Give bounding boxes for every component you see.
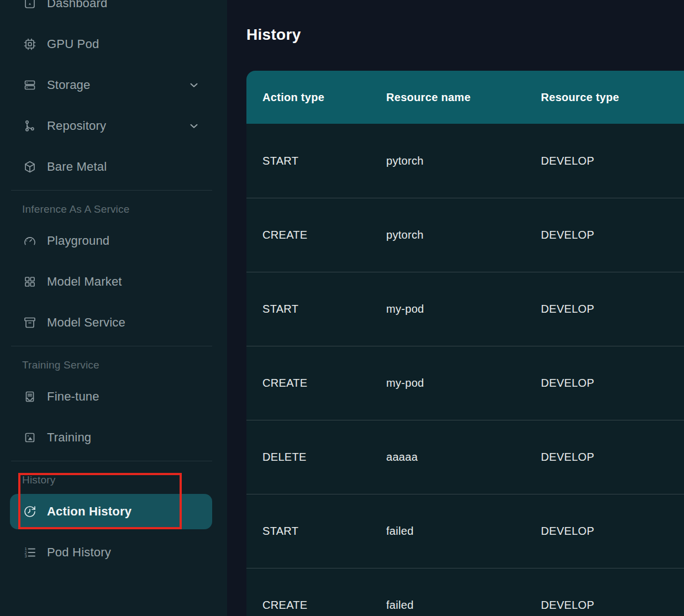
sidebar-item-label: Repository — [47, 119, 106, 133]
svg-text:3: 3 — [25, 554, 27, 559]
sidebar-nav: Dashboard GPU Pod Stor — [0, 0, 227, 570]
storage-icon — [23, 78, 36, 92]
chevron-down-icon[interactable] — [188, 79, 200, 91]
cell-resource-name: pytorch — [370, 198, 525, 272]
cell-action-type: CREATE — [246, 198, 370, 272]
dashboard-icon — [23, 0, 36, 10]
cell-resource-type: DEVELOP — [525, 346, 684, 420]
cell-action-type: CREATE — [246, 346, 370, 420]
cell-resource-type: DEVELOP — [525, 198, 684, 272]
main-content: History Action type Resource name Resour… — [227, 0, 684, 616]
table-row: START my-pod DEVELOP — [246, 272, 684, 346]
table-header: Action type Resource name Resource type — [246, 71, 684, 124]
section-label-history: History — [22, 475, 212, 486]
training-icon — [23, 431, 36, 444]
sidebar-item-label: Storage — [47, 78, 90, 92]
cell-resource-name: aaaaa — [370, 420, 525, 494]
sidebar-item-storage[interactable]: Storage — [10, 67, 212, 103]
cell-action-type: DELETE — [246, 420, 370, 494]
sidebar-item-label: GPU Pod — [47, 37, 99, 51]
fine-tune-icon — [23, 390, 36, 403]
cell-resource-name: my-pod — [370, 272, 525, 346]
sidebar-item-playground[interactable]: Playground — [10, 223, 212, 259]
cell-resource-type: DEVELOP — [525, 568, 684, 616]
sidebar-divider — [11, 461, 212, 461]
repository-icon — [23, 119, 36, 133]
cell-resource-name: failed — [370, 494, 525, 568]
sidebar-item-bare-metal[interactable]: Bare Metal — [10, 149, 212, 185]
sidebar-item-model-market[interactable]: Model Market — [10, 264, 212, 299]
cell-action-type: START — [246, 272, 370, 346]
sidebar-item-training[interactable]: Training — [10, 420, 212, 455]
model-market-icon — [23, 275, 36, 288]
sidebar-item-label: Dashboard — [47, 0, 107, 10]
playground-icon — [23, 234, 36, 248]
sidebar-item-pod-history[interactable]: 1 2 3 Pod History — [10, 535, 212, 570]
cell-resource-type: DEVELOP — [525, 420, 684, 494]
sidebar-item-label: Pod History — [47, 545, 111, 560]
sidebar-item-model-service[interactable]: Model Service — [10, 305, 212, 340]
sidebar-item-fine-tune[interactable]: Fine-tune — [10, 379, 212, 414]
cell-resource-name: failed — [370, 568, 525, 616]
bare-metal-icon — [23, 160, 36, 173]
sidebar-item-label: Model Market — [47, 275, 122, 289]
table-row: START failed DEVELOP — [246, 494, 684, 568]
column-header-resource-name: Resource name — [370, 71, 525, 124]
action-history-icon — [23, 505, 36, 518]
app-window: Dashboard GPU Pod Stor — [0, 0, 684, 616]
cell-resource-name: pytorch — [370, 124, 525, 198]
table-row: CREATE my-pod DEVELOP — [246, 346, 684, 420]
gpu-pod-icon — [23, 38, 36, 51]
cell-resource-type: DEVELOP — [525, 124, 684, 198]
history-table: Action type Resource name Resource type … — [246, 71, 684, 616]
cell-resource-name: my-pod — [370, 346, 525, 420]
section-label-training-service: Training Service — [22, 360, 212, 371]
section-label-inference: Inference As A Service — [22, 204, 212, 215]
table-row: START pytorch DEVELOP — [246, 124, 684, 198]
table-row: CREATE failed DEVELOP — [246, 568, 684, 616]
table-row: DELETE aaaaa DEVELOP — [246, 420, 684, 494]
sidebar-item-label: Action History — [47, 504, 131, 519]
page-title: History — [246, 26, 301, 44]
sidebar-item-label: Playground — [47, 234, 109, 248]
column-header-resource-type: Resource type — [525, 71, 684, 124]
model-service-icon — [23, 316, 36, 329]
table-row: CREATE pytorch DEVELOP — [246, 198, 684, 272]
sidebar-item-dashboard[interactable]: Dashboard — [10, 0, 212, 21]
sidebar-divider — [11, 346, 212, 346]
cell-resource-type: DEVELOP — [525, 272, 684, 346]
column-header-action-type: Action type — [246, 71, 370, 124]
sidebar-item-label: Bare Metal — [47, 160, 107, 174]
cell-resource-type: DEVELOP — [525, 494, 684, 568]
pod-history-icon: 1 2 3 — [23, 546, 36, 559]
cell-action-type: CREATE — [246, 568, 370, 616]
sidebar-divider — [11, 190, 212, 191]
cell-action-type: START — [246, 124, 370, 198]
sidebar-item-label: Model Service — [47, 315, 125, 330]
chevron-down-icon[interactable] — [188, 120, 200, 132]
sidebar-item-action-history[interactable]: Action History — [10, 494, 212, 529]
cell-action-type: START — [246, 494, 370, 568]
sidebar: Dashboard GPU Pod Stor — [0, 0, 227, 616]
sidebar-item-repository[interactable]: Repository — [10, 108, 212, 144]
sidebar-item-label: Fine-tune — [47, 389, 99, 404]
sidebar-item-label: Training — [47, 430, 91, 445]
sidebar-item-gpu-pod[interactable]: GPU Pod — [10, 27, 212, 62]
